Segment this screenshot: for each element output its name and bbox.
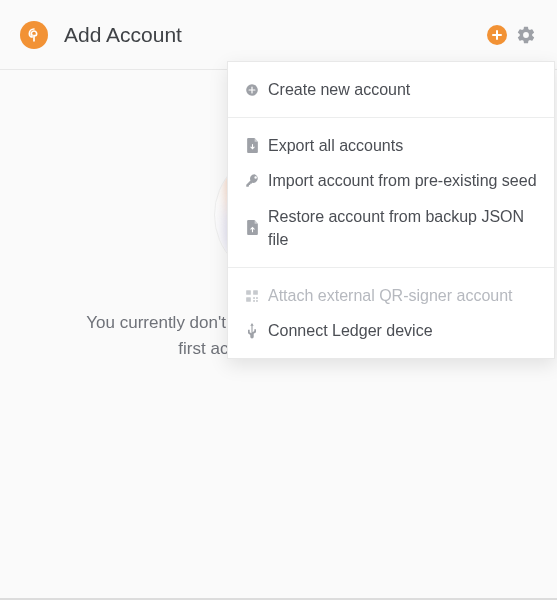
- svg-rect-6: [253, 300, 255, 302]
- app-logo: [20, 21, 48, 49]
- settings-button[interactable]: [515, 24, 537, 46]
- menu-item-label: Import account from pre-existing seed: [268, 169, 537, 192]
- menu-item-connect-ledger[interactable]: Connect Ledger device: [228, 313, 554, 348]
- menu-section: Attach external QR-signer account Connec…: [228, 268, 554, 358]
- menu-item-label: Create new account: [268, 78, 410, 101]
- svg-rect-4: [253, 297, 255, 299]
- menu-item-label: Connect Ledger device: [268, 319, 433, 342]
- key-icon: [244, 173, 260, 189]
- svg-rect-3: [246, 297, 251, 302]
- svg-rect-7: [256, 300, 258, 302]
- svg-rect-2: [253, 290, 258, 295]
- menu-item-export-all[interactable]: Export all accounts: [228, 128, 554, 163]
- menu-item-restore-json[interactable]: Restore account from backup JSON file: [228, 199, 554, 257]
- file-upload-icon: [244, 220, 260, 236]
- menu-item-label: Export all accounts: [268, 134, 403, 157]
- qr-code-icon: [244, 288, 260, 304]
- menu-item-qr-signer: Attach external QR-signer account: [228, 278, 554, 313]
- usb-icon: [244, 323, 260, 339]
- menu-item-create-account[interactable]: Create new account: [228, 72, 554, 107]
- plus-circle-icon: [244, 82, 260, 98]
- page-title: Add Account: [64, 23, 487, 47]
- menu-item-label: Attach external QR-signer account: [268, 284, 513, 307]
- file-export-icon: [244, 138, 260, 154]
- add-account-menu: Create new account Export all accounts I…: [227, 61, 555, 359]
- menu-section: Export all accounts Import account from …: [228, 118, 554, 268]
- menu-item-label: Restore account from backup JSON file: [268, 205, 538, 251]
- header: Add Account: [0, 0, 557, 70]
- header-actions: [487, 24, 537, 46]
- menu-item-import-seed[interactable]: Import account from pre-existing seed: [228, 163, 554, 198]
- add-account-button[interactable]: [487, 25, 507, 45]
- menu-section: Create new account: [228, 62, 554, 118]
- svg-rect-5: [256, 297, 258, 299]
- svg-rect-1: [246, 290, 251, 295]
